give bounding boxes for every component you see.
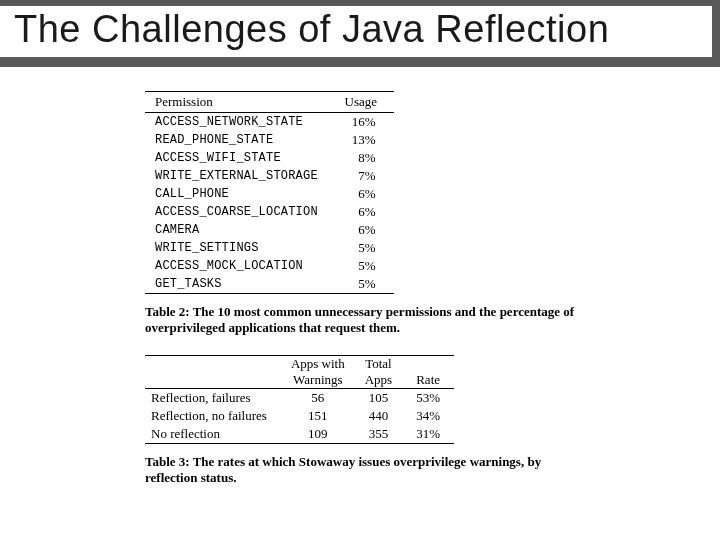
table-row: WRITE_SETTINGS5% [145,239,394,257]
t3-header-blank [145,355,281,372]
table-row: WRITE_EXTERNAL_STORAGE7% [145,167,394,185]
t2-perm: WRITE_SETTINGS [145,239,328,257]
table-3-caption-text: Table 3: The rates at which Stowaway iss… [145,454,541,485]
table2-block: Permission Usage ACCESS_NETWORK_STATE16%… [145,91,575,337]
t2-perm: READ_PHONE_STATE [145,131,328,149]
t2-usage: 13% [328,131,394,149]
table-row: ACCESS_COARSE_LOCATION6% [145,203,394,221]
t3-label: No reflection [145,425,281,444]
t3-header-blank2 [145,372,281,389]
t2-perm: ACCESS_NETWORK_STATE [145,113,328,132]
t2-usage: 8% [328,149,394,167]
t2-perm: ACCESS_MOCK_LOCATION [145,257,328,275]
table-2-caption-text: Table 2: The 10 most common unnecessary … [145,304,574,335]
t3-warn: 151 [281,407,355,425]
t3-header-total-l1: Total [355,355,403,372]
table-row: No reflection 109 355 31% [145,425,454,444]
table-row: GET_TASKS5% [145,275,394,294]
t2-perm: GET_TASKS [145,275,328,294]
t2-perm: WRITE_EXTERNAL_STORAGE [145,167,328,185]
t3-label: Reflection, no failures [145,407,281,425]
t2-usage: 5% [328,275,394,294]
t2-usage: 5% [328,257,394,275]
slide-title: The Challenges of Java Reflection [14,8,609,50]
t3-header-appswith-l2: Warnings [281,372,355,389]
t2-usage: 5% [328,239,394,257]
t2-header-permission: Permission [145,92,328,113]
table-row: CAMERA6% [145,221,394,239]
content-area: Permission Usage ACCESS_NETWORK_STATE16%… [0,67,720,487]
table-row: READ_PHONE_STATE13% [145,131,394,149]
table3-block: Apps with Total Warnings Apps Rate Refle… [145,355,575,487]
title-box: The Challenges of Java Reflection [0,6,712,57]
t2-header-usage: Usage [328,92,394,113]
table-row: ACCESS_WIFI_STATE8% [145,149,394,167]
table-row: ACCESS_MOCK_LOCATION5% [145,257,394,275]
t2-perm: ACCESS_COARSE_LOCATION [145,203,328,221]
t3-rate: 53% [402,389,454,408]
t3-header-appswith-l1: Apps with [281,355,355,372]
table-row: CALL_PHONE6% [145,185,394,203]
table-2: Permission Usage ACCESS_NETWORK_STATE16%… [145,91,394,294]
table-2-caption: Table 2: The 10 most common unnecessary … [145,304,575,337]
t2-perm: CAMERA [145,221,328,239]
title-bar: The Challenges of Java Reflection [0,0,720,67]
t2-usage: 6% [328,221,394,239]
t3-total: 355 [355,425,403,444]
t2-perm: ACCESS_WIFI_STATE [145,149,328,167]
table-3: Apps with Total Warnings Apps Rate Refle… [145,355,454,445]
t3-label: Reflection, failures [145,389,281,408]
t3-rate: 34% [402,407,454,425]
t3-header-rate: Rate [402,372,454,389]
table-row: Reflection, no failures 151 440 34% [145,407,454,425]
t3-warn: 109 [281,425,355,444]
table-3-caption: Table 3: The rates at which Stowaway iss… [145,454,575,487]
t3-header-total-l2: Apps [355,372,403,389]
t2-usage: 6% [328,203,394,221]
t2-perm: CALL_PHONE [145,185,328,203]
t3-total: 105 [355,389,403,408]
t3-warn: 56 [281,389,355,408]
t3-rate: 31% [402,425,454,444]
t2-usage: 6% [328,185,394,203]
table-row: ACCESS_NETWORK_STATE16% [145,113,394,132]
t3-total: 440 [355,407,403,425]
table-row: Reflection, failures 56 105 53% [145,389,454,408]
t3-header-rate-blank [402,355,454,372]
t2-usage: 7% [328,167,394,185]
t2-usage: 16% [328,113,394,132]
